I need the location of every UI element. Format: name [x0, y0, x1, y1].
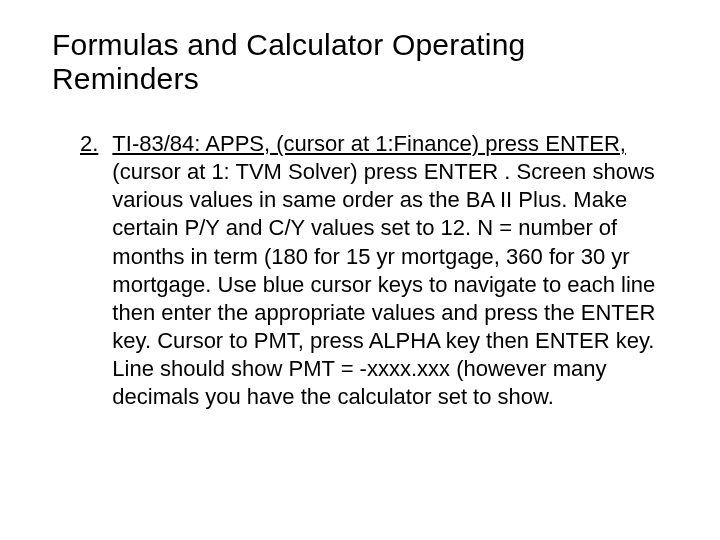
list-rest: (cursor at 1: TVM Solver) press ENTER . …: [112, 159, 655, 409]
list-item: 2. TI-83/84: APPS, (cursor at 1:Finance)…: [80, 130, 660, 412]
slide-body: 2. TI-83/84: APPS, (cursor at 1:Finance)…: [80, 130, 660, 412]
list-marker: 2.: [80, 130, 98, 158]
list-lead-underlined: TI-83/84: APPS, (cursor at 1:Finance) pr…: [112, 131, 626, 156]
slide-title: Formulas and Calculator Operating Remind…: [52, 28, 680, 96]
slide: Formulas and Calculator Operating Remind…: [0, 0, 720, 540]
list-text: TI-83/84: APPS, (cursor at 1:Finance) pr…: [112, 130, 660, 412]
